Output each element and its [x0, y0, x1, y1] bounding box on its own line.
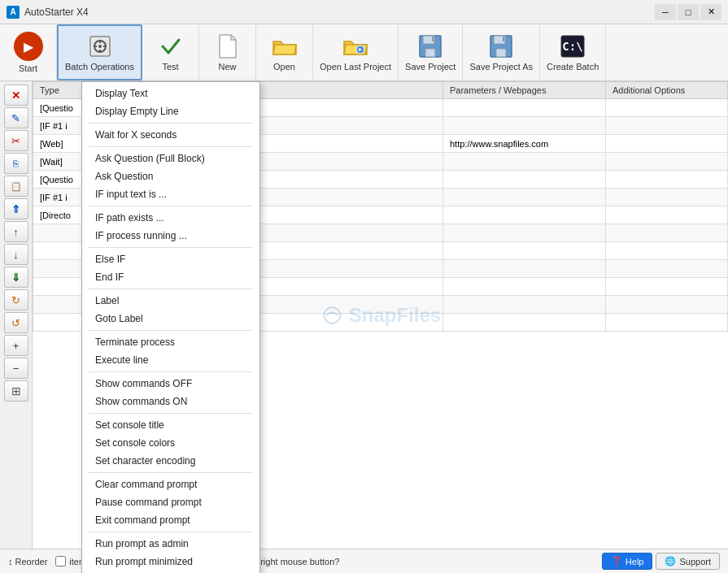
svg-rect-10 — [425, 49, 435, 57]
open-last-icon — [342, 33, 368, 59]
cell-params — [443, 260, 606, 278]
add-button[interactable]: + — [4, 335, 28, 356]
cell-params — [443, 153, 606, 171]
help-button[interactable]: ❓ Help — [602, 553, 653, 570]
menu-item-if-input-text[interactable]: IF input text is ... — [82, 185, 259, 203]
menu-separator — [89, 206, 253, 206]
edit-button[interactable]: ✎ — [4, 107, 28, 128]
save-project-button[interactable]: Save Project — [399, 24, 463, 80]
menu-item-display-text[interactable]: Display Text — [82, 85, 259, 102]
batch-icon — [87, 33, 113, 59]
new-icon — [215, 33, 241, 59]
menu-item-exit-command-prompt[interactable]: Exit command prompt — [82, 511, 259, 529]
cell-params — [443, 206, 606, 224]
scissors-button[interactable]: ✂ — [4, 130, 28, 151]
close-button[interactable]: ✕ — [700, 4, 721, 20]
open-last-label: Open Last Project — [320, 62, 391, 72]
menu-item-terminate-process[interactable]: Terminate process — [82, 333, 259, 351]
menu-separator — [89, 532, 253, 532]
open-last-button[interactable]: Open Last Project — [313, 24, 399, 80]
menu-item-label[interactable]: Label — [82, 292, 259, 310]
menu-item-display-empty-line[interactable]: Display Empty Line — [82, 102, 259, 120]
move-up-button[interactable]: ↑ — [4, 221, 28, 242]
move-down-button[interactable]: ↓ — [4, 244, 28, 265]
menu-item-else-if[interactable]: Else IF — [82, 250, 259, 268]
maximize-button[interactable]: □ — [678, 4, 699, 20]
menu-item-run-prompt-minimized[interactable]: Run prompt minimized — [82, 553, 259, 571]
move-bottom-button[interactable]: ⇓ — [4, 267, 28, 288]
menu-item-execute-line[interactable]: Execute line — [82, 351, 259, 369]
save-as-label: Save Project As — [469, 62, 533, 72]
cell-options — [606, 99, 728, 117]
menu-separator — [89, 146, 253, 147]
cell-options — [606, 242, 728, 260]
menu-item-if-process-running[interactable]: IF process running ... — [82, 227, 259, 245]
batch-operations-dropdown: Display TextDisplay Empty LineWait for X… — [81, 81, 260, 573]
support-icon: 🌐 — [665, 556, 676, 566]
menu-separator — [89, 472, 253, 473]
delete-button[interactable]: ✕ — [4, 85, 28, 106]
menu-item-goto-label[interactable]: Goto Label — [82, 310, 259, 328]
paste-button[interactable]: 📋 — [4, 176, 28, 197]
new-label: New — [218, 62, 236, 72]
cell-params — [443, 99, 606, 117]
new-button[interactable]: New — [199, 24, 256, 80]
remove-button[interactable]: − — [4, 358, 28, 379]
rotate-ccw-button[interactable]: ↺ — [4, 312, 28, 333]
menu-separator — [89, 330, 253, 331]
svg-rect-11 — [432, 37, 434, 41]
svg-rect-15 — [503, 37, 504, 41]
open-label: Open — [273, 62, 295, 72]
start-button[interactable]: ▶ Start — [0, 24, 57, 80]
move-top-button[interactable]: ⇑ — [4, 198, 28, 219]
cell-options — [606, 135, 728, 153]
app-icon: A — [7, 6, 20, 19]
grid-button[interactable]: ⊞ — [4, 380, 28, 402]
open-button[interactable]: Open — [256, 24, 313, 80]
menu-item-end-if[interactable]: End IF — [82, 268, 259, 286]
menu-item-pause-command-prompt[interactable]: Pause command prompt — [82, 493, 259, 511]
batch-operations-label: Batch Operations — [65, 62, 134, 72]
menu-item-set-console-title[interactable]: Set console title — [82, 416, 259, 434]
window-controls[interactable]: ─ □ ✕ — [655, 4, 721, 20]
cell-options — [606, 260, 728, 278]
cell-params — [443, 171, 606, 189]
create-batch-button[interactable]: C:\ Create Batch — [540, 24, 606, 80]
menu-item-show-commands-off[interactable]: Show commands OFF — [82, 375, 259, 393]
cell-params — [443, 224, 606, 242]
svg-text:C:\: C:\ — [563, 40, 583, 53]
col-options: Additional Options — [606, 82, 728, 99]
svg-point-2 — [98, 45, 102, 48]
create-batch-label: Create Batch — [547, 62, 599, 72]
test-label: Test — [162, 62, 178, 72]
rotate-cw-button[interactable]: ↻ — [4, 289, 28, 310]
cell-options — [606, 314, 728, 332]
status-bar-right: ❓ Help 🌐 Support — [602, 553, 720, 570]
create-batch-icon: C:\ — [560, 33, 586, 59]
menu-item-wait-x-seconds[interactable]: Wait for X seconds — [82, 126, 259, 144]
cell-options — [606, 296, 728, 314]
menu-separator — [89, 371, 253, 372]
batch-operations-button[interactable]: Batch Operations — [57, 24, 142, 80]
cell-options — [606, 278, 728, 296]
cell-params — [443, 242, 606, 260]
menu-item-set-console-colors[interactable]: Set console colors — [82, 434, 259, 452]
save-as-button[interactable]: Save Project As — [463, 24, 540, 80]
minimize-button[interactable]: ─ — [655, 4, 676, 20]
cell-params — [443, 189, 606, 206]
drag-drop-checkbox[interactable] — [55, 556, 66, 566]
menu-item-clear-command-prompt[interactable]: Clear command prompt — [82, 475, 259, 493]
toolbar: ▶ Start Batch Operations Test — [0, 24, 728, 81]
test-button[interactable]: Test — [142, 24, 199, 80]
menu-item-if-path-exists[interactable]: IF path exists ... — [82, 209, 259, 227]
menu-item-ask-question[interactable]: Ask Question — [82, 167, 259, 185]
support-button[interactable]: 🌐 Support — [656, 553, 720, 570]
cell-options — [606, 153, 728, 171]
menu-item-ask-question-full[interactable]: Ask Question (Full Block) — [82, 150, 259, 167]
save-icon — [417, 33, 443, 59]
copy-button[interactable]: ⎘ — [4, 153, 28, 174]
menu-item-show-commands-on[interactable]: Show commands ON — [82, 393, 259, 410]
menu-item-run-prompt-admin[interactable]: Run prompt as admin — [82, 535, 259, 553]
cell-params — [443, 117, 606, 135]
menu-item-set-char-encoding[interactable]: Set character encoding — [82, 452, 259, 470]
